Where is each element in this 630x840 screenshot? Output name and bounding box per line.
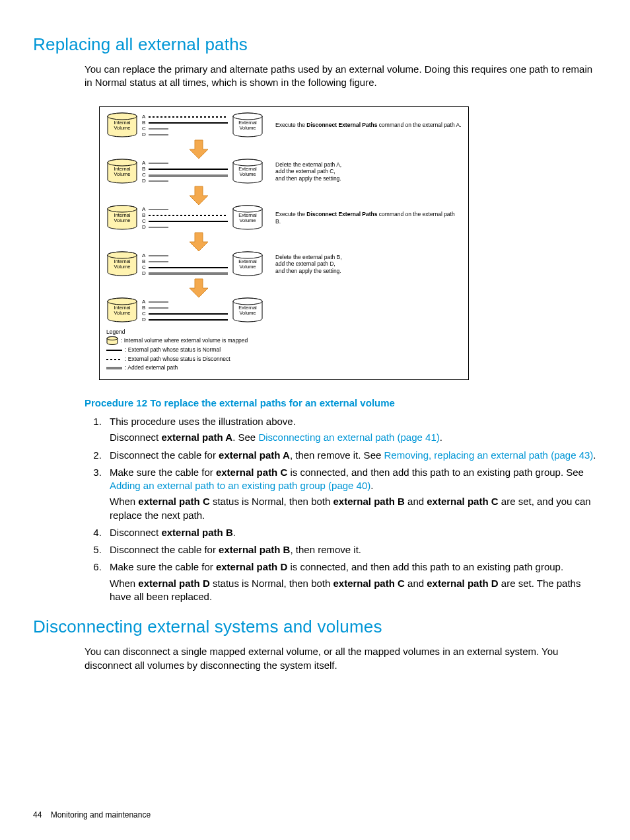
path-labels: ABCD: [142, 114, 149, 137]
procedure-step: Disconnect the cable for external path A…: [104, 449, 597, 462]
procedure-step: Make sure the cable for external path C …: [104, 466, 597, 522]
path-lines: [149, 112, 228, 139]
internal-volume-label: Internal Volume: [106, 213, 138, 224]
path-lines: [149, 159, 228, 185]
figure-step-desc: Execute the Disconnect External Paths co…: [275, 122, 462, 129]
svg-point-16: [233, 159, 262, 166]
path-labels: ABCD: [142, 160, 149, 184]
svg-point-35: [108, 298, 137, 305]
procedure-title: Procedure 12 To replace the external pat…: [85, 397, 597, 410]
path-labels: ABCD: [142, 252, 149, 276]
figure-diagram: Internal Volume ABCD External Volume Exe…: [99, 106, 469, 380]
legend-text: : External path whose status is Normal: [125, 346, 221, 355]
internal-volume-label: Internal Volume: [106, 259, 138, 270]
double-line-icon: [106, 366, 122, 370]
legend-text: : Added external path: [125, 363, 178, 373]
procedure-step: Make sure the cable for external path D …: [104, 560, 597, 603]
internal-volume-label: Internal Volume: [106, 305, 138, 317]
external-volume-cylinder: External Volume: [232, 297, 263, 324]
footer-title: Monitoring and maintenance: [51, 810, 151, 820]
svg-point-1: [108, 113, 137, 120]
page-number: 44: [33, 810, 42, 820]
external-volume-label: External Volume: [232, 305, 263, 317]
solid-line-icon: [106, 348, 122, 352]
section-intro-replacing: You can replace the primary and alternat…: [85, 63, 597, 90]
svg-point-43: [107, 337, 118, 340]
section-heading-replacing: Replacing all external paths: [33, 33, 597, 56]
section-heading-disconnecting: Disconnecting external systems and volum…: [33, 615, 597, 638]
svg-point-7: [233, 113, 262, 120]
path-lines: [149, 297, 228, 324]
external-volume-label: External Volume: [232, 120, 263, 132]
link-disconnect-path[interactable]: Disconnecting an external path (page 41): [258, 432, 439, 443]
procedure-list: This procedure uses the illustration abo…: [85, 415, 597, 603]
svg-point-24: [233, 206, 262, 212]
down-arrow-icon: [186, 231, 212, 252]
down-arrow-icon: [186, 139, 212, 160]
external-volume-cylinder: External Volume: [232, 205, 263, 231]
link-removing-replacing[interactable]: Removing, replacing an external path (pa…: [384, 449, 593, 461]
procedure-step: Disconnect the cable for external path B…: [104, 543, 597, 556]
legend-title: Legend: [106, 328, 462, 337]
link-adding-external-path[interactable]: Adding an external path to an existing p…: [110, 480, 370, 491]
down-arrow-icon: [186, 278, 212, 299]
procedure-step: This procedure uses the illustration abo…: [104, 415, 597, 445]
internal-volume-label: Internal Volume: [106, 120, 138, 132]
external-volume-cylinder: External Volume: [232, 112, 263, 139]
external-volume-cylinder: External Volume: [232, 251, 263, 278]
page-footer: 44 Monitoring and maintenance: [33, 810, 151, 820]
figure-step-desc: Delete the external path A, add the exte…: [275, 161, 462, 182]
path-lines: [149, 251, 228, 278]
figure-step-desc: Execute the Disconnect External Paths co…: [275, 211, 462, 225]
svg-point-33: [233, 252, 262, 258]
figure-container: Internal Volume ABCD External Volume Exe…: [99, 106, 597, 380]
path-lines: [149, 205, 228, 231]
internal-volume-cylinder: Internal Volume: [106, 112, 138, 139]
path-labels: ABCD: [142, 206, 149, 230]
section-intro-disconnecting: You can disconnect a single mapped exter…: [85, 645, 597, 672]
down-arrow-icon: [186, 185, 212, 206]
internal-volume-label: Internal Volume: [106, 167, 138, 178]
internal-volume-cylinder: Internal Volume: [106, 159, 138, 185]
internal-volume-cylinder: Internal Volume: [106, 205, 138, 231]
internal-volume-cylinder: Internal Volume: [106, 297, 138, 324]
svg-point-18: [108, 206, 137, 212]
external-volume-label: External Volume: [232, 213, 263, 224]
svg-point-41: [233, 298, 262, 305]
dashed-line-icon: [106, 358, 122, 362]
legend-text: : External path whose status is Disconne…: [125, 355, 230, 364]
external-volume-label: External Volume: [232, 167, 263, 178]
figure-step-desc: Delete the external path B, add the exte…: [275, 254, 462, 275]
external-volume-cylinder: External Volume: [232, 159, 263, 185]
svg-point-26: [108, 252, 137, 258]
cylinder-icon: [106, 336, 118, 346]
legend-text: : Internal volume where external volume …: [121, 336, 248, 346]
external-volume-label: External Volume: [232, 259, 263, 270]
internal-volume-cylinder: Internal Volume: [106, 251, 138, 278]
procedure-step: Disconnect external path B.: [104, 526, 597, 539]
svg-point-9: [108, 159, 137, 166]
path-labels: ABCD: [142, 299, 149, 323]
figure-legend: Legend : Internal volume where external …: [106, 328, 462, 373]
